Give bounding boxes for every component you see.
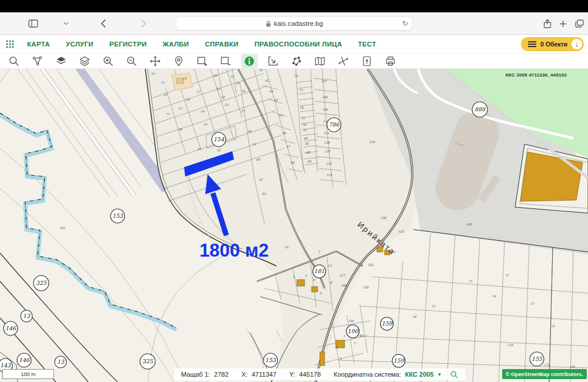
info-tool-icon[interactable] — [241, 54, 258, 68]
parcel-number: 59 — [252, 142, 256, 146]
parcel-number: 49 — [213, 74, 218, 77]
nav-item-spravki[interactable]: СПРАВКИ — [205, 41, 238, 48]
rect-subtract-icon[interactable] — [218, 54, 234, 68]
circle-label: 190 — [346, 325, 359, 338]
rect-add-icon[interactable] — [194, 54, 211, 68]
parcel-number: 61 — [360, 334, 363, 337]
back-button[interactable] — [99, 12, 108, 35]
scale-label: Мащаб 1: — [181, 371, 210, 378]
selected-area-label: 1800 м2 — [199, 240, 269, 261]
osm-attribution[interactable]: © OpenStreetMap contributors. — [502, 369, 587, 379]
statusbar-search-icon[interactable] — [450, 370, 459, 379]
y-label: Y: — [289, 371, 295, 378]
svg-text:13: 13 — [23, 313, 31, 319]
circle-label: 786 — [327, 118, 341, 132]
objects-button[interactable]: 0 Обекти ↓ — [521, 37, 584, 51]
parcel-number: 77 — [166, 112, 170, 116]
cadastre-map: Стадион — [0, 69, 588, 382]
map-toolsbar — [0, 54, 588, 69]
browser-window: kais.cadastre.bg ↻ КАРТА УСЛУГИ РЕГИСТРИ… — [0, 0, 588, 382]
circle-label: 153 — [111, 209, 125, 223]
svg-text:13: 13 — [57, 358, 65, 365]
parcel-number: 48 — [290, 161, 295, 164]
parcel-number: 114 — [326, 173, 332, 177]
parcel-number: 80 — [304, 137, 308, 140]
parcel-number: 1 — [343, 334, 345, 338]
parcel-number: 60 — [256, 158, 260, 161]
collapse-arrow-icon[interactable]: ↓ — [572, 39, 582, 49]
coord-caret-icon[interactable]: ▼ — [437, 372, 442, 377]
select-arrow-icon[interactable] — [265, 54, 281, 68]
site-navbar: КАРТА УСЛУГИ РЕГИСТРИ ЖАЛБИ СПРАВКИ ПРАВ… — [0, 35, 588, 54]
new-tab-icon[interactable] — [557, 12, 568, 35]
measure-lines-icon[interactable] — [335, 54, 352, 68]
print-icon[interactable] — [382, 54, 399, 68]
parcel-number: 137 — [325, 150, 330, 153]
parcel-number: 45 — [279, 114, 283, 117]
sidebar-icon[interactable] — [27, 12, 39, 35]
apps-grid-icon[interactable] — [6, 40, 14, 48]
parcel-number: 333 — [368, 263, 373, 267]
layers-outline-icon[interactable] — [76, 54, 93, 68]
location-pin-icon[interactable] — [171, 54, 187, 68]
circle-label: 325 — [34, 275, 49, 291]
parcel-number: 75 — [299, 88, 303, 92]
parcel-number: 42 — [265, 79, 269, 82]
chevron-down-icon[interactable] — [62, 12, 69, 35]
svg-text:146: 146 — [19, 357, 30, 363]
parcel-number: 19 — [203, 122, 208, 126]
parcel-number: 19 — [551, 324, 555, 328]
nav-item-karta[interactable]: КАРТА — [27, 41, 50, 48]
measure-polygon-icon[interactable] — [288, 54, 305, 68]
parcel-number: 174 — [544, 363, 550, 367]
reload-icon[interactable]: ↻ — [402, 19, 408, 28]
parcel-number: 70 — [285, 245, 289, 249]
route-nodes-icon[interactable] — [29, 54, 46, 68]
parcel-number: 17 — [530, 302, 534, 305]
tan-parcel — [172, 73, 193, 90]
parcel-number: 83 — [308, 160, 312, 163]
layers-filled-icon[interactable] — [53, 54, 69, 68]
pan-icon[interactable] — [147, 54, 163, 68]
nav-item-zhalbi[interactable]: ЖАЛБИ — [162, 41, 189, 48]
export-document-icon[interactable] — [359, 54, 375, 68]
coord-system-select[interactable]: ККС 2005 — [405, 371, 434, 378]
objects-count-label: 0 Обекти — [540, 41, 567, 48]
parcel-number: 144 — [569, 365, 575, 368]
parcel-number: 15 — [178, 107, 182, 110]
tabs-overview-icon[interactable] — [573, 12, 585, 35]
circle-label: 159 — [380, 317, 393, 330]
y-value: 445178 — [299, 371, 321, 378]
svg-text:143: 143 — [0, 362, 11, 368]
forward-button[interactable] — [139, 12, 148, 35]
parcel-number: 12 — [328, 264, 332, 267]
circle-label: 888 — [472, 102, 487, 117]
nav-item-uslugi[interactable]: УСЛУГИ — [66, 41, 93, 48]
parcel-number: 51 — [216, 87, 220, 91]
circle-label: 159 — [392, 354, 405, 367]
zoom-in-icon[interactable] — [100, 54, 116, 68]
nav-item-test[interactable]: ТЕСТ — [358, 41, 376, 48]
search-icon[interactable] — [6, 54, 22, 68]
parcel-number: 72 — [505, 274, 509, 277]
parcel-number: 46 — [282, 131, 286, 135]
parcel-number: 22 — [217, 148, 221, 152]
map-book-icon[interactable] — [312, 54, 328, 68]
parcel-number: 18 — [201, 109, 205, 113]
nav-item-pravosposobni-litsa[interactable]: ПРАВОСПОСОБНИ ЛИЦА — [255, 41, 342, 48]
circle-label: 181 — [313, 265, 326, 278]
parcel-number: 109 — [322, 108, 328, 111]
zoom-out-icon[interactable] — [123, 54, 140, 68]
parcel-number: 111 — [323, 131, 329, 135]
scale-bar: 100 m — [2, 369, 54, 379]
parcel-number: 210 — [369, 140, 375, 144]
map-statusbar: Мащаб 1:2782 X:4711347 Y:445178 Координа… — [175, 368, 465, 380]
lock-icon — [266, 21, 271, 27]
circle-label: 325 — [140, 354, 155, 369]
share-icon[interactable] — [542, 12, 553, 35]
parcel-number: 100 — [348, 319, 354, 323]
map-canvas[interactable]: Стадион — [0, 69, 588, 382]
nav-item-registri[interactable]: РЕГИСТРИ — [109, 41, 147, 48]
url-bar[interactable]: kais.cadastre.bg ↻ — [176, 16, 413, 31]
parcel-number: 78 — [178, 128, 182, 131]
